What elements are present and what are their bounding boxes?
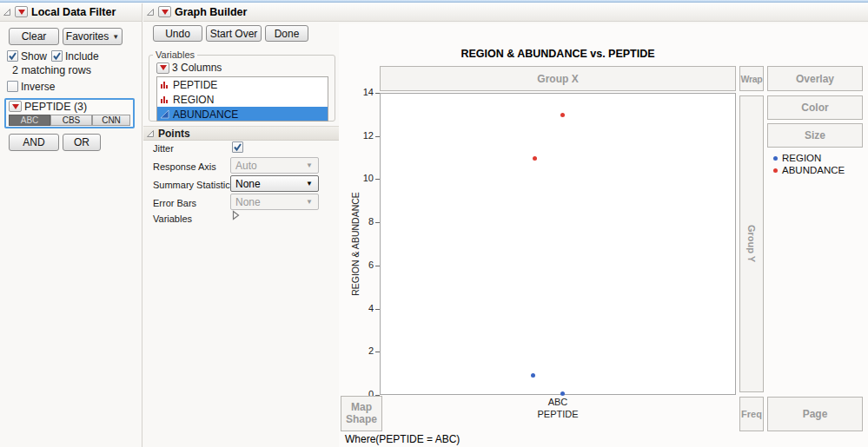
legend-dot [773,168,778,173]
inverse-label: Inverse [21,81,55,93]
points-section-header[interactable]: Points [143,126,339,141]
list-item-peptide[interactable]: PEPTIDE [157,77,328,92]
points-section-title: Points [158,128,190,140]
drop-zone-size[interactable]: Size [767,123,863,148]
include-checkbox[interactable] [51,50,63,62]
inverse-checkbox[interactable] [7,81,18,92]
variables-group-box: Variables 3 Columns PEPTIDE REGION ABUND… [149,49,335,122]
local-data-filter-panel: Local Data Filter Clear Favorites ▼ Show… [0,3,142,447]
drop-zone-wrap[interactable]: Wrap [739,66,764,91]
error-bars-label: Error Bars [153,198,196,208]
jitter-checkbox[interactable] [232,141,243,153]
jmp-graph-builder-window: Local Data Filter Clear Favorites ▼ Show… [0,0,868,447]
summary-statistic-select[interactable]: None ▼ [230,175,319,192]
chevron-down-icon: ▼ [306,180,313,187]
drop-zone-group-y[interactable]: Group Y [739,95,764,392]
drop-zone-page[interactable]: Page [767,397,863,431]
list-item-abundance[interactable]: ABUNDANCE [157,107,328,122]
level-button-cbs[interactable]: CBS [50,115,92,126]
summary-statistic-label: Summary Statistic [153,180,230,190]
y-tick-label: 2 [348,345,374,356]
y-tick-label: 12 [348,130,374,141]
red-triangle-menu-icon[interactable] [15,6,28,17]
nominal-column-icon [160,80,169,89]
disclosure-right-icon[interactable] [232,210,240,220]
filter-column-name: PEPTIDE (3) [24,101,87,113]
drop-zone-color[interactable]: Color [767,95,863,120]
x-tick-label[interactable]: ABC [380,397,736,407]
collapse-triangle-icon[interactable] [146,8,155,16]
peptide-filter-box[interactable]: PEPTIDE (3) ABC CBS CNN [4,98,135,128]
panel-separator [142,3,142,447]
drop-zone-map-shape[interactable]: Map Shape [341,396,382,431]
legend-item: ABUNDANCE [773,165,845,175]
y-tick-mark [375,352,380,352]
chevron-down-icon: ▼ [306,198,313,206]
clear-button[interactable]: Clear [9,28,59,45]
y-tick-mark [375,93,380,94]
response-axis-select[interactable]: Auto ▼ [230,157,319,174]
points-variables-label: Variables [153,214,192,224]
collapse-triangle-icon[interactable] [146,129,155,138]
jitter-label: Jitter [153,143,174,154]
graph-builder-header-wrap: Graph Builder [143,3,868,22]
red-triangle-menu-icon[interactable] [156,62,169,74]
legend-label: REGION [782,153,821,163]
red-triangle-menu-icon[interactable] [158,6,171,17]
data-point-region[interactable] [531,373,535,378]
y-tick-mark [375,179,380,180]
start-over-button[interactable]: Start Over [206,25,262,42]
legend-dot [773,156,778,161]
y-tick-label: 4 [348,303,374,313]
checkmark-icon [233,142,242,152]
continuous-column-icon [160,109,169,119]
drop-zone-overlay[interactable]: Overlay [767,66,863,91]
x-axis-title[interactable]: PEPTIDE [380,409,736,419]
y-tick-label: 10 [348,173,374,183]
list-item-region[interactable]: REGION [157,92,328,107]
response-axis-label: Response Axis [153,161,216,172]
and-button[interactable]: AND [9,134,59,151]
or-button[interactable]: OR [63,134,101,151]
columns-count-label: 3 Columns [172,62,222,74]
y-tick-label: 14 [348,87,374,97]
chevron-down-icon: ▼ [306,161,313,169]
data-point-region[interactable] [560,391,565,396]
data-point-abundance[interactable] [560,113,565,117]
dropdown-arrow-icon: ▼ [112,33,119,41]
y-axis[interactable]: 02468101214 [343,93,380,395]
show-label: Show [21,50,47,62]
data-point-abundance[interactable] [533,156,537,161]
undo-button[interactable]: Undo [153,25,202,42]
level-button-abc[interactable]: ABC [9,115,50,126]
level-button-cnn[interactable]: CNN [92,115,130,126]
legend-label: ABUNDANCE [782,165,845,175]
variables-group-label: Variables [153,49,197,60]
red-triangle-menu-icon[interactable] [9,101,22,112]
legend-item: REGION [773,153,821,163]
graph-title: REGION & ABUNDANCE vs. PEPTIDE [380,48,736,60]
drop-zone-group-x[interactable]: Group X [380,66,736,91]
checkmark-icon [52,51,62,61]
where-clause-text: Where(PEPTIDE = ABC) [345,433,460,445]
y-tick-mark [375,222,380,223]
nominal-column-icon [160,95,169,104]
y-tick-mark [375,136,380,137]
columns-listbox[interactable]: PEPTIDE REGION ABUNDANCE [156,76,328,122]
y-axis-title[interactable]: REGION & ABUNDANCE [350,192,361,296]
local-data-filter-header: Local Data Filter [0,3,142,22]
plot-area[interactable] [380,93,736,395]
collapse-triangle-icon[interactable] [3,8,11,16]
error-bars-select[interactable]: None ▼ [230,194,319,210]
checkmark-icon [8,51,17,61]
drop-zone-freq[interactable]: Freq [739,397,764,431]
favorites-button[interactable]: Favorites ▼ [63,28,123,45]
panel-title: Local Data Filter [31,6,116,18]
done-button[interactable]: Done [265,25,308,42]
graph-builder-header: Graph Builder [143,3,868,22]
show-checkbox[interactable] [7,50,18,62]
y-tick-mark [375,266,380,266]
y-tick-mark [375,309,380,310]
matching-rows-text: 2 matching rows [12,64,91,76]
include-label: Include [65,50,99,62]
